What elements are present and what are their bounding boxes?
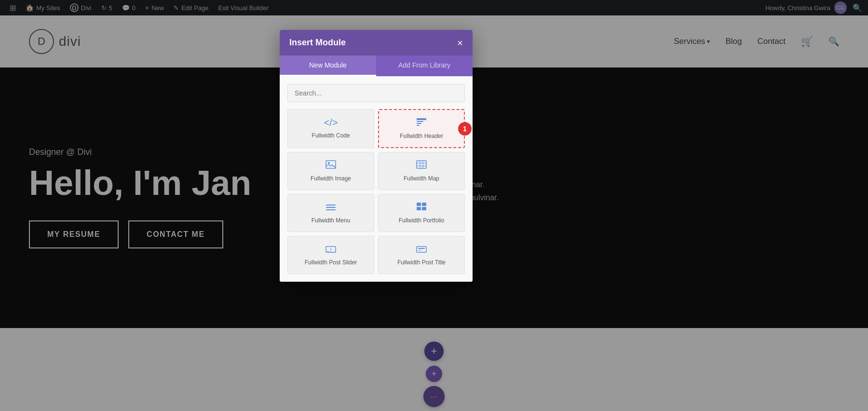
insert-module-modal: Insert Module × New Module Add From Libr… (280, 30, 473, 282)
logo-circle: D (29, 29, 54, 54)
updates-link[interactable]: ↻ 5 (97, 0, 116, 15)
below-hero: + + ··· (0, 328, 868, 411)
slider-icon (326, 244, 336, 255)
divi-link[interactable]: D Divi (66, 0, 95, 15)
module-label: Fullwidth Map (404, 175, 439, 182)
modules-grid: </> Fullwidth Code (287, 109, 465, 274)
modal-body: </> Fullwidth Code (280, 76, 473, 282)
edit-page-link[interactable]: ✎ Edit Page (170, 0, 212, 15)
map-icon (416, 160, 427, 171)
resume-button[interactable]: MY RESUME (29, 220, 119, 248)
svg-rect-11 (422, 203, 426, 206)
image-icon (326, 160, 336, 171)
modal-header: Insert Module × (280, 30, 473, 55)
svg-rect-18 (418, 248, 425, 249)
hero-designer-label: Designer @ Divi (29, 147, 251, 157)
module-fullwidth-header[interactable]: Fullwidth Header (378, 109, 465, 148)
svg-rect-19 (418, 250, 422, 251)
more-options-button[interactable]: ··· (423, 386, 445, 407)
svg-rect-9 (326, 209, 336, 210)
tab-new-module[interactable]: New Module (280, 55, 376, 76)
logo-text: divi (59, 34, 81, 49)
modal-title: Insert Module (289, 38, 346, 48)
header-icon (416, 118, 427, 129)
hero-left: Designer @ Divi Hello, I'm Jan MY RESUME… (0, 68, 280, 328)
svg-rect-1 (417, 121, 423, 122)
svg-rect-10 (417, 203, 421, 206)
nav-item-contact[interactable]: Contact (757, 37, 786, 46)
module-search-input[interactable] (287, 84, 465, 102)
svg-rect-0 (417, 118, 426, 120)
module-label: Fullwidth Code (312, 132, 350, 139)
portfolio-icon (416, 202, 427, 213)
svg-point-5 (328, 162, 330, 164)
admin-bar: ⊞ 🏠 My Sites D Divi ↻ 5 💬 0 + New ✎ Edit… (0, 0, 868, 15)
tab-add-from-library[interactable]: Add From Library (376, 55, 473, 76)
svg-rect-8 (326, 207, 336, 208)
module-fullwidth-portfolio[interactable]: Fullwidth Portfolio (378, 194, 465, 232)
site-logo[interactable]: D divi (29, 29, 81, 54)
modal-close-button[interactable]: × (457, 38, 463, 48)
modal-tabs: New Module Add From Library (280, 55, 473, 76)
hero-buttons: MY RESUME CONTACT ME (29, 220, 251, 248)
svg-rect-16 (330, 251, 332, 252)
module-fullwidth-post-slider[interactable]: Fullwidth Post Slider (287, 236, 374, 274)
svg-rect-6 (417, 161, 426, 168)
module-fullwidth-menu[interactable]: Fullwidth Menu (287, 194, 374, 232)
new-link[interactable]: + New (141, 0, 168, 15)
svg-rect-7 (326, 205, 336, 206)
chevron-down-icon: ▾ (707, 38, 710, 45)
module-label: Fullwidth Post Slider (305, 259, 357, 266)
svg-rect-15 (327, 251, 329, 252)
module-fullwidth-post-title[interactable]: Fullwidth Post Title (378, 236, 465, 274)
module-label: Fullwidth Header (400, 133, 443, 139)
nav-item-blog[interactable]: Blog (725, 37, 742, 46)
cart-icon[interactable]: 🛒 (801, 36, 813, 47)
add-section-button[interactable]: + (424, 342, 444, 361)
code-icon: </> (324, 117, 338, 128)
search-icon[interactable]: 🔍 (853, 3, 862, 13)
module-label: Fullwidth Portfolio (399, 217, 445, 224)
module-fullwidth-map[interactable]: Fullwidth Map (378, 152, 465, 190)
my-sites-link[interactable]: 🏠 My Sites (22, 0, 64, 15)
svg-rect-17 (417, 247, 426, 252)
module-badge: 1 (458, 122, 472, 136)
admin-bar-right: Howdy, Christina Gwira CG 🔍 (765, 1, 862, 14)
module-label: Fullwidth Post Title (397, 259, 446, 266)
comments-link[interactable]: 💬 0 (118, 0, 139, 15)
svg-rect-3 (417, 125, 420, 126)
contact-button[interactable]: CONTACT ME (128, 220, 223, 248)
svg-rect-13 (422, 207, 426, 210)
site-nav: Services ▾ Blog Contact 🛒 🔍 (674, 36, 839, 47)
menu-icon (326, 202, 336, 213)
user-avatar[interactable]: CG (834, 1, 847, 14)
module-fullwidth-code[interactable]: </> Fullwidth Code (287, 109, 374, 148)
module-label: Fullwidth Image (311, 175, 351, 182)
module-fullwidth-image[interactable]: Fullwidth Image (287, 152, 374, 190)
module-fullwidth-header-wrapper: Fullwidth Header 1 (378, 109, 465, 148)
wp-logo[interactable]: ⊞ (6, 0, 20, 15)
module-label: Fullwidth Menu (312, 217, 351, 224)
add-row-button[interactable]: + (426, 366, 442, 382)
svg-rect-2 (417, 123, 421, 124)
exit-builder-link[interactable]: Exit Visual Builder (215, 0, 273, 15)
svg-rect-12 (417, 207, 421, 210)
hero-title: Hello, I'm Jan (29, 165, 251, 202)
title-icon (416, 244, 427, 255)
nav-item-services[interactable]: Services ▾ (674, 37, 710, 46)
search-icon[interactable]: 🔍 (828, 36, 839, 47)
